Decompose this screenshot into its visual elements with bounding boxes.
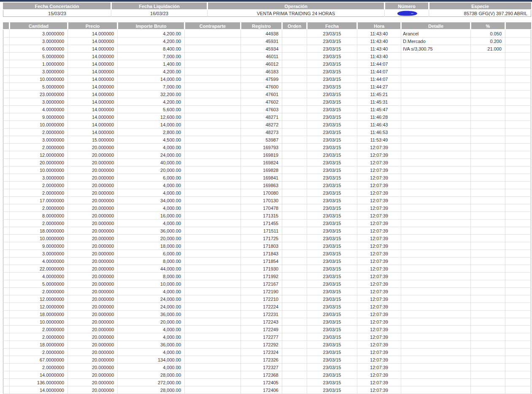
cell-detalle [401,144,471,151]
spacer-cell [505,333,531,341]
cell-fecha: 23/03/15 [307,197,357,204]
operations-table: Cantidad Precio Importe Bruto Contrapart… [3,22,531,394]
cell-fecha: 23/03/15 [307,174,357,182]
spacer-cell [505,121,531,129]
cell-orden [282,136,307,144]
cell-percent [471,288,505,295]
cell-registro: 47599 [241,75,282,83]
cell-precio: 20.000000 [68,227,118,235]
cell-contraparte [185,379,241,386]
info-header-numero: Número [385,3,429,10]
cell-precio: 20.000000 [68,341,118,348]
spacer-cell [505,136,531,144]
cell-importe-bruto: 4,000.00 [118,220,185,227]
cell-contraparte [185,197,241,204]
cell-importe-bruto: 12,600.00 [118,113,185,121]
cell-fecha: 23/03/15 [307,326,357,333]
cell-percent [471,159,505,166]
cell-precio: 14.000000 [68,29,118,38]
spacer-cell [505,197,531,204]
cell-registro: 171843 [241,250,282,257]
spacer-cell [505,227,531,235]
cell-percent: 0.200 [471,38,505,45]
cell-fecha: 23/03/15 [307,311,357,318]
cell-contraparte [185,53,241,60]
cell-registro: 171992 [241,273,282,280]
cell-detalle [401,83,471,91]
cell-percent: 0.050 [471,29,505,38]
cell-contraparte [185,29,241,38]
cell-cantidad: 3.0000000 [10,98,68,106]
cell-fecha: 23/03/15 [307,341,357,348]
cell-registro: 172277 [241,333,282,341]
cell-precio: 20.000000 [68,265,118,273]
cell-percent [471,220,505,227]
cell-fecha: 23/03/15 [307,53,357,60]
cell-registro: 171725 [241,235,282,242]
table-header-row: Cantidad Precio Importe Bruto Contrapart… [3,23,531,30]
cell-hora: 12:07:39 [357,318,401,326]
cell-cantidad: 10.0000000 [10,75,68,83]
cell-hora: 12:07:39 [357,235,401,242]
cell-hora: 12:07:39 [357,204,401,212]
column-header-fecha: Fecha [307,23,357,30]
cell-importe-bruto: 32,200.00 [118,91,185,98]
cell-orden [282,311,307,318]
spacer-cell [3,136,10,144]
cell-registro: 169793 [241,144,282,151]
cell-contraparte [185,356,241,364]
cell-registro: 48271 [241,113,282,121]
cell-percent [471,235,505,242]
cell-contraparte [185,98,241,106]
cell-precio: 20.000000 [68,151,118,159]
cell-detalle [401,129,471,136]
table-row: 3.000000014.0000004,200.004493823/03/151… [3,29,531,38]
cell-detalle [401,303,471,311]
cell-precio: 14.000000 [68,91,118,98]
cell-fecha: 23/03/15 [307,129,357,136]
cell-fecha: 23/03/15 [307,144,357,151]
cell-detalle [401,98,471,106]
spacer-cell [505,212,531,220]
cell-hora: 12:07:39 [357,364,401,371]
cell-contraparte [185,227,241,235]
cell-contraparte [185,326,241,333]
cell-precio: 20.000000 [68,280,118,288]
cell-hora: 12:07:39 [357,273,401,280]
cell-percent [471,311,505,318]
cell-fecha: 23/03/15 [307,75,357,83]
column-header-importe-bruto: Importe Bruto [118,23,185,30]
cell-precio: 20.000000 [68,166,118,174]
cell-registro: 172324 [241,348,282,356]
cell-registro: 172326 [241,356,282,364]
cell-registro: 170478 [241,204,282,212]
cell-detalle [401,68,471,75]
cell-precio: 20.000000 [68,189,118,197]
cell-percent [471,197,505,204]
cell-detalle [401,311,471,318]
cell-contraparte [185,311,241,318]
table-row: 5.000000014.0000007,000.004601123/03/151… [3,53,531,60]
cell-precio: 20.000000 [68,242,118,250]
cell-cantidad: 5.0000000 [10,280,68,288]
cell-detalle [401,341,471,348]
cell-hora: 12:07:39 [357,151,401,159]
cell-cantidad: 12.0000000 [10,151,68,159]
cell-percent [471,265,505,273]
cell-orden [282,106,307,113]
table-row: 5.000000014.0000007,000.004760023/03/151… [3,83,531,91]
cell-precio: 20.000000 [68,303,118,311]
cell-contraparte [185,280,241,288]
cell-contraparte [185,341,241,348]
cell-importe-bruto: 44,000.00 [118,265,185,273]
cell-fecha: 23/03/15 [307,38,357,45]
cell-hora: 11:46:43 [357,121,401,129]
cell-registro: 169841 [241,174,282,182]
cell-contraparte [185,159,241,166]
spacer-cell [505,129,531,136]
cell-contraparte [185,38,241,45]
cell-detalle [401,182,471,189]
info-value-especie: 8573B GFG(V) 397.290 ABRIL [429,10,531,17]
cell-cantidad: 3.0000000 [10,29,68,38]
cell-cantidad: 2.0000000 [10,189,68,197]
